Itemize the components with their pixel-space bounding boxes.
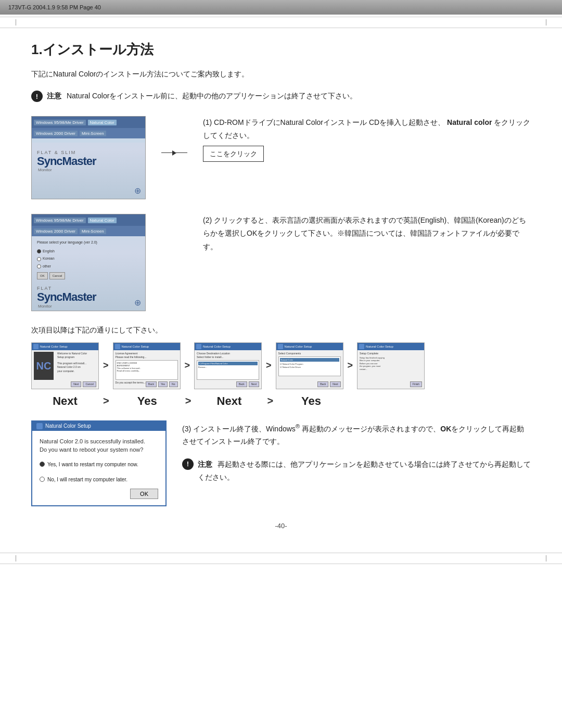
warning-content: 注意 Natural Colorをインストール前に、起動中の他のアプリケーション… xyxy=(47,90,357,103)
thumb-3-folder: C:\Program Files\Natural Color Browse... xyxy=(197,360,259,380)
sm-radio-korean: Korean xyxy=(37,256,140,262)
toolbar-item-win95: Windows 95/98/Me Driver xyxy=(34,120,86,125)
thumb-3-subtitle: Select folder to install... xyxy=(197,355,259,359)
step1-text: (1) CD-ROMドライブにNatural Colorインストール CDを挿入… xyxy=(203,116,531,162)
step3-warning-label: 注意 xyxy=(198,460,212,468)
dialog-icon xyxy=(36,423,43,429)
monitor-label-2: Monitor xyxy=(38,304,140,309)
ok-button[interactable]: OK xyxy=(130,489,158,499)
sm-radio-other: other xyxy=(37,263,140,270)
thumb-1-content: NC Welcome to Natural Color Setup progra… xyxy=(34,352,96,380)
step1-row: Windows 95/98/Me Driver Natural Color Wi… xyxy=(31,116,531,199)
step2-paragraph: (2) クリックすると、表示言語の選択画面が表示されますので英語(English… xyxy=(203,214,531,253)
toolbar-item-win2k-2: Windows 2000 Driver xyxy=(34,228,78,234)
thumb-5: Natural Color Setup Setup Complete Setup… xyxy=(357,342,425,389)
step-arrow-1: > xyxy=(99,395,113,407)
thumb-2-icon xyxy=(115,344,120,349)
thumb-1-dark: NC xyxy=(34,352,54,380)
sm-icon-2: ⊕ xyxy=(134,298,141,308)
radio-no-label: No, I will restart my computer later. xyxy=(47,477,127,482)
sm-radio-section: Please select your language (ver 2.0) En… xyxy=(32,236,145,283)
sm-body-1: FLAT & SLIM SyncMaster Monitor xyxy=(32,143,145,199)
thumb-1-header: Natural Color Setup xyxy=(32,343,98,350)
thumb-4-btns: Back Next xyxy=(278,381,341,387)
radio-english: English xyxy=(43,248,55,255)
thumb-4-header: Natural Color Setup xyxy=(276,343,343,350)
cancel-mini-btn[interactable]: Cancel xyxy=(49,272,66,280)
step-labels-row: Next > Yes > Next > Yes xyxy=(31,394,531,408)
next-section: 次項目以降は下記の通りにして下さい。 Natural Color Setup N… xyxy=(31,326,531,408)
thumb-2-title: License Agreement xyxy=(116,352,178,355)
sm-toolbar-1: Windows 95/98/Me Driver Natural Color xyxy=(32,117,145,128)
thumb-3-title: Choose Destination Location xyxy=(197,352,259,355)
dialog-message-1: Natural Color 2.0 is successfully instal… xyxy=(40,438,145,444)
step3-warning-text: 再起動させる際には、他アプリケーションを起動させている場合には終了させてから再起… xyxy=(198,460,531,481)
warning-icon: ! xyxy=(31,91,43,102)
dialog-title-bar: Natural Color Setup xyxy=(32,422,165,431)
sm-btn-row: OK Cancel xyxy=(37,272,140,280)
radio-other: other xyxy=(43,263,51,270)
step3-paragraph: (3) インストール終了後、Windows® 再起動のメッセージが表示されますの… xyxy=(182,420,531,449)
thumb-4-icon xyxy=(278,344,283,349)
radio-yes-dot xyxy=(40,462,45,467)
click-box[interactable]: ここをクリック xyxy=(203,146,264,162)
thumb-2-subtitle: Please read the following... xyxy=(116,355,178,359)
thumb-3-header: Natural Color Setup xyxy=(195,343,261,350)
sm-select-lang: Please select your language (ver 2.0) xyxy=(37,239,140,246)
dialog-message: Natural Color 2.0 is successfully instal… xyxy=(40,437,158,454)
top-rule-2 xyxy=(0,28,562,28)
step3-ok-bold: OK xyxy=(440,424,451,432)
dialog-ok-row: OK xyxy=(40,489,158,499)
sm-toolbar-3: Windows 95/98/Me Driver Natural Color xyxy=(32,214,145,226)
screenshot-2: Windows 95/98/Me Driver Natural Color Wi… xyxy=(31,214,146,311)
thumb-5-body: Setup Complete Setup has finished copyin… xyxy=(357,350,424,373)
thumb-1-text: Welcome to Natural Color Setup program T… xyxy=(57,352,96,380)
arrow-3: > xyxy=(262,360,276,371)
radio-yes-label: Yes, I want to restart my computer now. xyxy=(47,462,138,467)
thumb-3-icon xyxy=(196,344,201,349)
intro-text: 下記にNatural Colorのインストール方法についてご案内致します。 xyxy=(31,68,531,80)
thumb-2-btns: Back Yes No xyxy=(116,381,178,387)
step1-bold: Natural color xyxy=(447,118,492,126)
thumb-5-icon xyxy=(359,344,364,349)
step3-warning-icon: ! xyxy=(182,458,194,470)
step2-row: Windows 95/98/Me Driver Natural Color Wi… xyxy=(31,214,531,311)
thumb-2-body: License Agreement Please read the follow… xyxy=(113,350,180,387)
thumb-4: Natural Color Setup Select Components Na… xyxy=(276,342,343,389)
thumb-1: Natural Color Setup NC Welcome to Natura… xyxy=(31,342,99,389)
radio-row-1: Yes, I want to restart my computer now. xyxy=(40,462,158,467)
thumb-4-components: Natural Color ☑ Natural Color Program ☑ … xyxy=(278,356,341,376)
arrow-2: > xyxy=(181,360,195,371)
step3-text1: インストール終了後、Windows xyxy=(193,424,296,432)
thumbnails-row: Natural Color Setup NC Welcome to Natura… xyxy=(31,342,531,389)
corner-marks xyxy=(0,19,562,25)
step3-section: Natural Color Setup Natural Color 2.0 is… xyxy=(31,420,531,506)
thumb-5-btn: Finish xyxy=(410,381,422,387)
dialog-body: Natural Color 2.0 is successfully instal… xyxy=(32,431,165,505)
dialog-title: Natural Color Setup xyxy=(45,423,91,429)
thumb-4-title: Select Components xyxy=(278,352,341,355)
header-text: 173VT-G 2004.1.9 9:58 PM Page 40 xyxy=(8,4,101,10)
step-arrow-3: > xyxy=(263,395,277,407)
radio-row-2: No, I will restart my computer later. xyxy=(40,477,158,482)
toolbar-item-natural: Natural Color xyxy=(88,120,117,125)
sm-toolbar-4: Windows 2000 Driver Mini-Screen xyxy=(32,226,145,236)
step2-content: クリックすると、表示言語の選択画面が表示されますので英語(English)、韓国… xyxy=(203,216,526,250)
step3-text2: 再起動のメッセージが表示されますので、 xyxy=(300,424,440,432)
step3-warning-content: 注意 再起動させる際には、他アプリケーションを起動させている場合には終了させてか… xyxy=(198,458,531,484)
toolbar-item-win95-2: Windows 95/98/Me Driver xyxy=(34,218,86,223)
thumb-5-text: Setup has finished copyingfiles to your … xyxy=(360,356,422,371)
page-content: 1.インストール方法 下記にNatural Colorのインストール方法について… xyxy=(0,30,562,551)
thumb-4-body: Select Components Natural Color ☑ Natura… xyxy=(276,350,343,379)
thumb-2-header-text: Natural Color Setup xyxy=(122,345,149,348)
step-arrow-2: > xyxy=(181,395,196,407)
bottom-corner-marks xyxy=(0,555,562,561)
monitor-label-1: Monitor xyxy=(38,168,52,172)
thumb-1-icon xyxy=(33,344,39,349)
thumb-1-header-text: Natural Color Setup xyxy=(40,345,68,348)
step-label-next2: Next xyxy=(195,394,263,408)
ok-mini-btn[interactable]: OK xyxy=(37,272,48,280)
step2-text: (2) クリックすると、表示言語の選択画面が表示されますので英語(English… xyxy=(203,214,531,253)
step1-paragraph: (1) CD-ROMドライブにNatural Colorインストール CDを挿入… xyxy=(203,116,531,142)
syncmaster-label-1: SyncMaster xyxy=(37,155,96,168)
